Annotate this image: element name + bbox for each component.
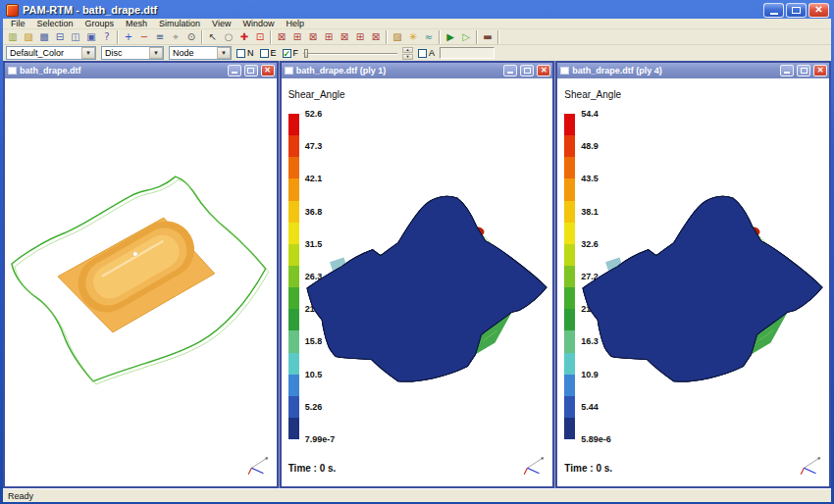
- run-step-icon[interactable]: ▷: [458, 30, 474, 44]
- help-icon[interactable]: ?: [99, 30, 115, 44]
- ply4-minimize-icon[interactable]: [780, 65, 794, 76]
- app-logo-icon: [6, 4, 19, 17]
- entity-type-select[interactable]: Node▼: [169, 46, 232, 60]
- settings-star-icon[interactable]: ✳: [405, 30, 421, 44]
- list-icon[interactable]: ≡: [152, 30, 168, 44]
- field-label: Shear_Angle: [564, 89, 621, 100]
- run-simulation-icon[interactable]: ▶: [443, 30, 458, 44]
- select-arrow-icon[interactable]: ↖: [205, 30, 221, 44]
- ply1-maximize-icon[interactable]: [520, 65, 534, 76]
- document-icon: [560, 67, 569, 75]
- window-split-horizontal-icon[interactable]: ⊟: [52, 30, 68, 44]
- axes-triad-icon: [522, 454, 546, 478]
- annotation-field[interactable]: [440, 47, 495, 59]
- close-icon[interactable]: ✕: [808, 3, 829, 18]
- import-results-icon[interactable]: ▨: [390, 30, 405, 44]
- ply4-window-title: bath_drape.dtf (ply 4): [572, 66, 777, 76]
- time-label: Time : 0 s.: [564, 463, 612, 474]
- model-minimize-icon[interactable]: [228, 65, 241, 76]
- save-icon[interactable]: ▩: [36, 30, 52, 44]
- dropdowns-container: Default_Color▼Disc▼Node▼: [6, 46, 232, 60]
- add-icon[interactable]: +: [121, 30, 136, 44]
- shear-angle-mesh[interactable]: [573, 186, 826, 392]
- mdi-area: bath_drape.dtf ✕: [3, 61, 831, 488]
- view-iso-icon[interactable]: ⊠: [368, 30, 384, 44]
- element-type-select[interactable]: Disc▼: [101, 46, 164, 60]
- menubar: FileSelectionGroupsMeshSimulationViewWin…: [3, 19, 831, 29]
- view-xz-icon[interactable]: ⊞: [352, 30, 368, 44]
- menu-simulation[interactable]: Simulation: [153, 19, 206, 28]
- ply1-window-title: bath_drape.dtf (ply 1): [296, 66, 501, 76]
- pin-icon[interactable]: ⌖: [168, 30, 183, 44]
- axes-triad-icon: [799, 454, 822, 478]
- animation-slider[interactable]: [303, 47, 397, 59]
- plot-chart-icon[interactable]: ≈: [421, 30, 437, 44]
- window-split-vertical-icon[interactable]: ◫: [68, 30, 83, 44]
- show-edges-checkbox[interactable]: E: [260, 48, 277, 58]
- remove-icon[interactable]: −: [136, 30, 152, 44]
- menu-selection[interactable]: Selection: [31, 19, 79, 28]
- app-title: PAM-RTM - bath_drape.dtf: [23, 4, 759, 16]
- lock-icon[interactable]: ⊙: [183, 30, 199, 44]
- toolbar-options: Default_Color▼Disc▼Node▼ NE✓F ▲ ▼ A: [3, 45, 831, 61]
- new-file-icon[interactable]: ▥: [5, 30, 21, 44]
- model-viewport[interactable]: [5, 78, 277, 486]
- status-bar: Ready: [3, 488, 831, 502]
- spinner-up-icon[interactable]: ▲: [402, 47, 413, 53]
- pan-move-icon[interactable]: ✚: [236, 30, 252, 44]
- maximize-icon[interactable]: [786, 3, 807, 18]
- chevron-down-icon[interactable]: ▼: [149, 47, 163, 59]
- animation-band-icon[interactable]: ▬: [480, 30, 495, 44]
- color-mode-select[interactable]: Default_Color▼: [6, 46, 96, 60]
- menu-groups[interactable]: Groups: [79, 19, 121, 28]
- time-label: Time : 0 s.: [288, 463, 337, 474]
- view-y-icon[interactable]: ⊞: [289, 30, 305, 44]
- spinner-down-icon[interactable]: ▼: [402, 54, 413, 60]
- model-close-icon[interactable]: ✕: [261, 65, 275, 76]
- window-model: bath_drape.dtf ✕: [3, 61, 279, 488]
- view-z-icon[interactable]: ⊠: [305, 30, 321, 44]
- view-yz-icon[interactable]: ⊠: [337, 30, 352, 44]
- model-titlebar[interactable]: bath_drape.dtf ✕: [5, 63, 277, 78]
- show-nodes-checkbox[interactable]: N: [236, 48, 254, 58]
- ply4-close-icon[interactable]: ✕: [813, 65, 827, 76]
- ply1-viewport[interactable]: Shear_Angle 52.647.342.136.831.526.32115…: [282, 78, 553, 486]
- view-xy-icon[interactable]: ⊞: [321, 30, 337, 44]
- animate-checkbox[interactable]: A: [418, 48, 435, 58]
- model-maximize-icon[interactable]: [244, 65, 258, 76]
- app-window: PAM-RTM - bath_drape.dtf ✕ FileSelection…: [0, 0, 834, 504]
- chevron-down-icon[interactable]: ▼: [217, 47, 231, 59]
- toolbar-icons: ▥▨▩⊟◫▣?+−≡⌖⊙↖○✚⊡⊠⊞⊠⊞⊠⊞⊠▨✳≈▶▷▬: [3, 29, 831, 45]
- model-window-title: bath_drape.dtf: [20, 66, 225, 76]
- menu-mesh[interactable]: Mesh: [120, 19, 153, 28]
- status-text: Ready: [8, 491, 33, 501]
- ply4-viewport[interactable]: Shear_Angle 54.448.943.538.132.627.221.8…: [557, 78, 829, 486]
- open-file-icon[interactable]: ▨: [21, 30, 36, 44]
- show-faces-checkbox[interactable]: ✓F: [283, 48, 299, 58]
- model-3d-view[interactable]: [5, 78, 277, 486]
- menu-help[interactable]: Help: [280, 19, 310, 28]
- zoom-icon[interactable]: ○: [221, 30, 236, 44]
- chevron-down-icon[interactable]: ▼: [81, 47, 95, 59]
- slider-thumb[interactable]: [304, 49, 308, 58]
- window-ply4: bath_drape.dtf (ply 4) ✕ Shear_Angle 54.…: [555, 61, 831, 488]
- checkboxes-container: NE✓F: [236, 48, 298, 58]
- ply1-close-icon[interactable]: ✕: [537, 65, 550, 76]
- menu-view[interactable]: View: [206, 19, 236, 28]
- ply4-maximize-icon[interactable]: [797, 65, 810, 76]
- document-icon: [8, 67, 17, 75]
- menu-window[interactable]: Window: [236, 19, 280, 28]
- menu-file[interactable]: File: [5, 19, 31, 28]
- field-label: Shear_Angle: [288, 89, 345, 100]
- window-cascade-icon[interactable]: ▣: [83, 30, 99, 44]
- ply1-minimize-icon[interactable]: [503, 65, 517, 76]
- animate-checkbox-box[interactable]: [418, 49, 427, 58]
- shear-angle-mesh[interactable]: [297, 186, 550, 392]
- view-x-icon[interactable]: ⊠: [274, 30, 289, 44]
- minimize-icon[interactable]: [763, 3, 784, 18]
- ply1-titlebar[interactable]: bath_drape.dtf (ply 1) ✕: [282, 63, 553, 78]
- axes-triad-icon: [246, 454, 270, 478]
- ply4-titlebar[interactable]: bath_drape.dtf (ply 4) ✕: [557, 63, 829, 78]
- app-titlebar[interactable]: PAM-RTM - bath_drape.dtf ✕: [3, 0, 831, 19]
- fit-view-icon[interactable]: ⊡: [252, 30, 268, 44]
